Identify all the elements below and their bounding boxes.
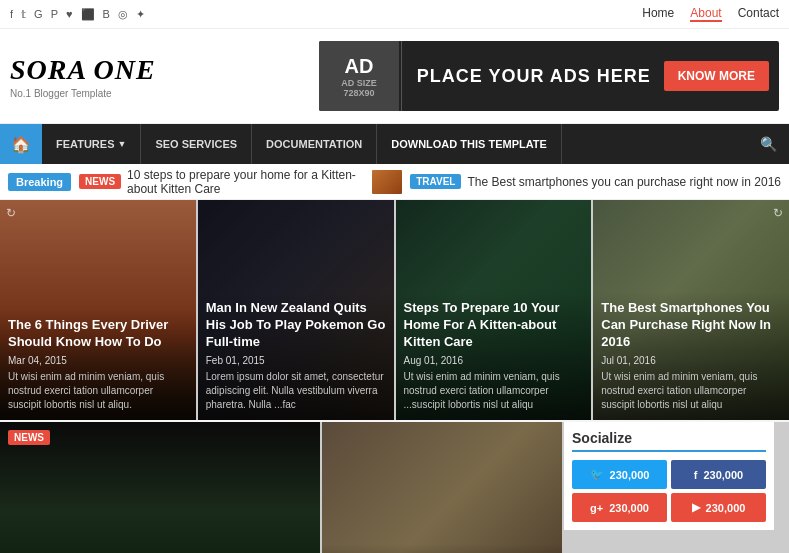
bottom-section: NEWS The 6 things every driver should kn…: [0, 422, 789, 553]
twitter-icon: 🐦: [590, 468, 604, 481]
breaking-text2: The Best smartphones you can purchase ri…: [467, 175, 781, 189]
refresh-icon-4: ↻: [773, 206, 783, 220]
card-3-overlay: Steps To Prepare 10 Your Home For A Kitt…: [396, 292, 592, 420]
twitter-follow-button[interactable]: 🐦 230,000: [572, 460, 667, 489]
heart-icon[interactable]: ♥: [66, 8, 73, 21]
ad-main-text: PLACE YOUR ADS HERE: [404, 66, 664, 87]
facebook-icon: f: [694, 469, 698, 481]
card-2-overlay: Man In New Zealand Quits His Job To Play…: [198, 292, 394, 420]
inst-icon[interactable]: ◎: [118, 8, 128, 21]
star-icon[interactable]: ✦: [136, 8, 145, 21]
gplus-icon[interactable]: G: [34, 8, 43, 21]
twitter-icon[interactable]: 𝕥: [21, 8, 26, 21]
travel-badge: TRAVEL: [410, 174, 461, 189]
bottom-card-1[interactable]: NEWS: [0, 422, 320, 553]
top-nav: Home About Contact: [642, 6, 779, 22]
header: SORA ONE No.1 Blogger Template AD AD SIZ…: [0, 29, 789, 124]
ad-label: AD AD SIZE728X90: [319, 41, 399, 111]
facebook-follow-button[interactable]: f 230,000: [671, 460, 766, 489]
know-more-button[interactable]: KNOW MORE: [664, 61, 769, 91]
ad-size-text: AD SIZE728X90: [333, 78, 385, 98]
fb-icon[interactable]: f: [10, 8, 13, 21]
pinterest-icon[interactable]: P: [51, 8, 58, 21]
brand-sub: No.1 Blogger Template: [10, 88, 156, 99]
nav-home[interactable]: Home: [642, 6, 674, 22]
bottom-news-badge: NEWS: [8, 430, 50, 445]
card-4-overlay: The Best Smartphones You Can Purchase Ri…: [593, 292, 789, 420]
card-1[interactable]: ↻ The 6 Things Every Driver Should Know …: [0, 200, 196, 420]
twitter-count: 230,000: [610, 469, 650, 481]
card-1-date: Mar 04, 2015: [8, 355, 188, 366]
brand: SORA ONE No.1 Blogger Template: [10, 54, 156, 99]
brand-title: SORA ONE: [10, 54, 156, 86]
ad-label-text: AD: [333, 55, 385, 78]
bottom-card-2[interactable]: The 6 things every driver should know Ho…: [322, 422, 562, 553]
socialize-panel: Socialize 🐦 230,000 f 230,000 g+ 230,000…: [564, 422, 774, 553]
socialize-title: Socialize: [572, 430, 766, 452]
search-button[interactable]: 🔍: [748, 136, 789, 152]
card-1-overlay: The 6 Things Every Driver Should Know Ho…: [0, 309, 196, 420]
breaking-badge: Breaking: [8, 173, 71, 191]
card-3-date: Aug 01, 2016: [404, 355, 584, 366]
gplus-follow-button[interactable]: g+ 230,000: [572, 493, 667, 522]
breaking-text: 10 steps to prepare your home for a Kitt…: [127, 168, 364, 196]
nav-about[interactable]: About: [690, 6, 721, 22]
social-grid: 🐦 230,000 f 230,000 g+ 230,000 ▶ 230,000: [572, 460, 766, 522]
nav-contact[interactable]: Contact: [738, 6, 779, 22]
bottom-card-2-overlay: The 6 things every driver should know Ho…: [322, 544, 562, 553]
youtube-icon: ▶: [692, 501, 700, 514]
ad-banner: AD AD SIZE728X90 PLACE YOUR ADS HERE KNO…: [319, 41, 779, 111]
card-4-title: The Best Smartphones You Can Purchase Ri…: [601, 300, 781, 351]
gplus-count: 230,000: [609, 502, 649, 514]
breaking-thumb: [372, 170, 402, 194]
nav-seo[interactable]: SEO SERVICES: [141, 124, 252, 164]
social-icons: f 𝕥 G P ♥ ⬛ B ◎ ✦: [10, 8, 145, 21]
featured-grid: ↻ The 6 Things Every Driver Should Know …: [0, 200, 789, 420]
facebook-count: 230,000: [703, 469, 743, 481]
gplus-icon2: g+: [590, 502, 603, 514]
nav-features[interactable]: FEATURES▼: [42, 124, 141, 164]
youtube-follow-button[interactable]: ▶ 230,000: [671, 493, 766, 522]
card-2-excerpt: Lorem ipsum dolor sit amet, consectetur …: [206, 370, 386, 412]
card-4[interactable]: ↻ The Best Smartphones You Can Purchase …: [593, 200, 789, 420]
card-2[interactable]: Man In New Zealand Quits His Job To Play…: [198, 200, 394, 420]
card-2-title: Man In New Zealand Quits His Job To Play…: [206, 300, 386, 351]
refresh-icon-1: ↻: [6, 206, 16, 220]
card-4-date: Jul 01, 2016: [601, 355, 781, 366]
home-nav-button[interactable]: 🏠: [0, 124, 42, 164]
youtube-count: 230,000: [706, 502, 746, 514]
card-1-title: The 6 Things Every Driver Should Know Ho…: [8, 317, 188, 351]
breaking-bar: Breaking NEWS 10 steps to prepare your h…: [0, 164, 789, 200]
top-bar: f 𝕥 G P ♥ ⬛ B ◎ ✦ Home About Contact: [0, 0, 789, 29]
card-1-excerpt: Ut wisi enim ad minim veniam, quis nostr…: [8, 370, 188, 412]
nav-items: FEATURES▼ SEO SERVICES DOCUMENTATION DOW…: [42, 124, 748, 164]
be-icon[interactable]: B: [103, 8, 110, 21]
news-badge: NEWS: [79, 174, 121, 189]
socialize-content: Socialize 🐦 230,000 f 230,000 g+ 230,000…: [564, 422, 774, 530]
nav-documentation[interactable]: DOCUMENTATION: [252, 124, 377, 164]
card-3-title: Steps To Prepare 10 Your Home For A Kitt…: [404, 300, 584, 351]
nav-download[interactable]: DOWNLOAD THIS TEMPLATE: [377, 124, 562, 164]
card-3[interactable]: Steps To Prepare 10 Your Home For A Kitt…: [396, 200, 592, 420]
rss-icon[interactable]: ⬛: [81, 8, 95, 21]
card-2-date: Feb 01, 2015: [206, 355, 386, 366]
card-3-excerpt: Ut wisi enim ad minim veniam, quis nostr…: [404, 370, 584, 412]
card-4-excerpt: Ut wisi enim ad minim veniam, quis nostr…: [601, 370, 781, 412]
nav-bar: 🏠 FEATURES▼ SEO SERVICES DOCUMENTATION D…: [0, 124, 789, 164]
